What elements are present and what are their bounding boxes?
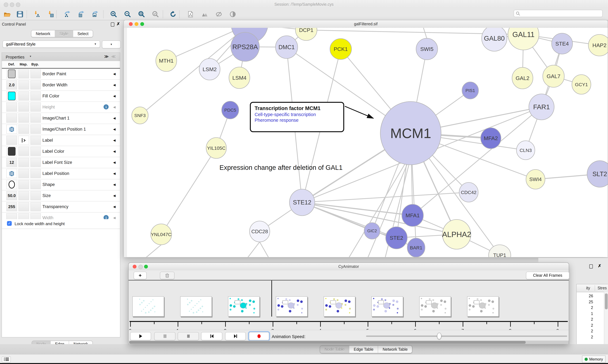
slider-handle[interactable] — [437, 333, 442, 339]
expand-row-icon[interactable]: ◀ — [113, 83, 116, 87]
table-row[interactable]: 2 — [577, 335, 593, 339]
close-panel-icon[interactable]: ✗ — [598, 263, 601, 268]
node-table[interactable]: ity Stres 2625212222 — [576, 284, 608, 346]
cell-map[interactable] — [18, 202, 29, 211]
expand-all-icon[interactable]: ≫ — [104, 54, 109, 59]
tab-edge-table[interactable]: Edge Table — [349, 346, 378, 353]
cyanimator-timeline[interactable]: 0123456789 Seconds — [129, 281, 569, 330]
clear-all-frames-button[interactable]: Clear All Frames — [526, 272, 569, 279]
edge[interactable] — [260, 242, 269, 257]
timeline-frame-7[interactable] — [419, 296, 451, 317]
delete-frame-button[interactable] — [160, 272, 175, 279]
timeline-hscrollbar[interactable] — [129, 341, 569, 344]
properties-header[interactable]: Properties ▾ ≫ ≪ — [2, 53, 120, 61]
cell-def[interactable] — [6, 103, 17, 112]
network-left-scrollbar[interactable] — [124, 28, 127, 257]
cell-def[interactable]: 12 — [6, 158, 17, 167]
float-panel-icon[interactable] — [111, 23, 114, 26]
expand-row-icon[interactable]: ◀ — [113, 72, 116, 76]
cell-def[interactable] — [6, 180, 17, 189]
scrollbar-thumb[interactable] — [129, 341, 526, 344]
cell-def[interactable] — [6, 114, 17, 123]
timeline-frame-8[interactable] — [467, 296, 499, 317]
cell-def[interactable]: 50.0 — [6, 191, 17, 200]
cell-map[interactable] — [18, 136, 29, 145]
cell-byp[interactable] — [30, 69, 41, 78]
expand-row-icon[interactable]: ◀ — [113, 194, 116, 197]
edge-yil105c-ynl047c[interactable] — [161, 148, 216, 234]
pause-button[interactable] — [154, 332, 175, 340]
timeline-frame-6[interactable] — [372, 296, 403, 317]
timeline-frame-3[interactable] — [228, 296, 260, 317]
export-image-icon[interactable] — [91, 10, 99, 18]
cell-byp[interactable] — [30, 136, 41, 145]
cell-def[interactable] — [6, 136, 17, 145]
import-table-icon[interactable] — [47, 10, 55, 18]
zoom-selected-icon[interactable] — [151, 10, 160, 18]
tab-network[interactable]: Network — [31, 30, 55, 37]
network-annotation[interactable]: Transcription factor MCM1 Cell-type-spec… — [250, 102, 344, 132]
property-row-label-color[interactable]: Label Color◀ — [2, 146, 120, 157]
cell-def[interactable] — [6, 69, 17, 78]
column-divider[interactable] — [595, 285, 595, 291]
table-row[interactable]: 2 — [577, 317, 593, 322]
annotation-link[interactable]: Pheromone response — [255, 118, 339, 123]
birdseye-icon[interactable] — [201, 10, 209, 18]
export-table-icon[interactable] — [77, 10, 85, 18]
cell-byp[interactable] — [30, 103, 41, 112]
network-window-titlebar[interactable]: galFiltered.sif — [124, 20, 608, 28]
table-row[interactable]: 25 — [577, 300, 593, 304]
export-network-icon[interactable] — [63, 10, 71, 18]
cell-byp[interactable] — [30, 158, 41, 167]
save-session-icon[interactable] — [16, 10, 24, 18]
expand-row-icon[interactable]: ◀ — [113, 94, 116, 98]
timeline-frame-5[interactable] — [324, 296, 355, 317]
cell-def[interactable] — [6, 169, 17, 178]
expand-row-icon[interactable]: ◀ — [113, 183, 116, 186]
cell-map[interactable] — [18, 103, 29, 112]
zoom-out-icon[interactable] — [124, 10, 132, 18]
collapse-all-icon[interactable]: ≪ — [111, 54, 116, 59]
clone-network-icon[interactable] — [186, 10, 194, 18]
record-button[interactable] — [249, 332, 269, 340]
table-row[interactable]: 2 — [577, 323, 593, 327]
property-row-border-paint[interactable]: Border Paint◀ — [2, 69, 120, 80]
animation-speed-slider[interactable] — [366, 336, 567, 337]
network-graph[interactable]: RPS28BRPS28ADCP1DMC1PCK1SWI5GAL80GAL11ST… — [127, 28, 608, 257]
search-box[interactable] — [514, 10, 603, 17]
expand-row-icon[interactable]: ◀ — [113, 172, 116, 175]
tab-node-table[interactable]: Node Table — [320, 346, 349, 353]
zoom-in-icon[interactable] — [110, 10, 118, 18]
property-row-image-chart-1[interactable]: Image/Chart 1◀ — [2, 113, 120, 124]
cell-def[interactable]: 2.0 — [6, 80, 17, 90]
style-options-button[interactable]: ▼ — [102, 40, 121, 48]
property-row-border-width[interactable]: 2.0Border Width◀ — [2, 80, 120, 91]
cell-map[interactable] — [18, 80, 29, 90]
property-row-label[interactable]: Label◀ — [2, 135, 120, 146]
table-header-row[interactable]: ity Stres — [577, 284, 608, 292]
cell-byp[interactable] — [30, 91, 41, 101]
cell-byp[interactable] — [30, 169, 41, 178]
property-row-fill-color[interactable]: Fill Color◀ — [2, 91, 120, 102]
timeline-frame-2[interactable] — [180, 296, 212, 317]
timeline-frame-1[interactable] — [132, 296, 164, 317]
close-panel-icon[interactable]: ✗ — [117, 22, 120, 26]
import-network-icon[interactable] — [33, 10, 41, 18]
style-select[interactable]: galFiltered Style ▼ — [2, 40, 100, 48]
tab-style[interactable]: Style — [55, 30, 73, 37]
cell-byp[interactable] — [30, 147, 41, 156]
cell-def[interactable] — [6, 125, 17, 134]
play-button[interactable] — [130, 332, 151, 340]
cell-map[interactable] — [18, 147, 29, 156]
cell-byp[interactable] — [30, 80, 41, 90]
table-row[interactable]: 1 — [577, 311, 593, 316]
cell-map[interactable] — [18, 125, 29, 134]
expand-row-icon[interactable]: ◀ — [113, 116, 116, 120]
edge[interactable] — [145, 245, 161, 257]
search-input[interactable] — [520, 11, 597, 16]
info-icon[interactable]: i — [104, 104, 109, 109]
cell-def[interactable] — [6, 147, 17, 156]
table-scrollbar[interactable] — [604, 292, 608, 346]
edge[interactable] — [247, 242, 260, 257]
cell-map[interactable] — [18, 114, 29, 123]
